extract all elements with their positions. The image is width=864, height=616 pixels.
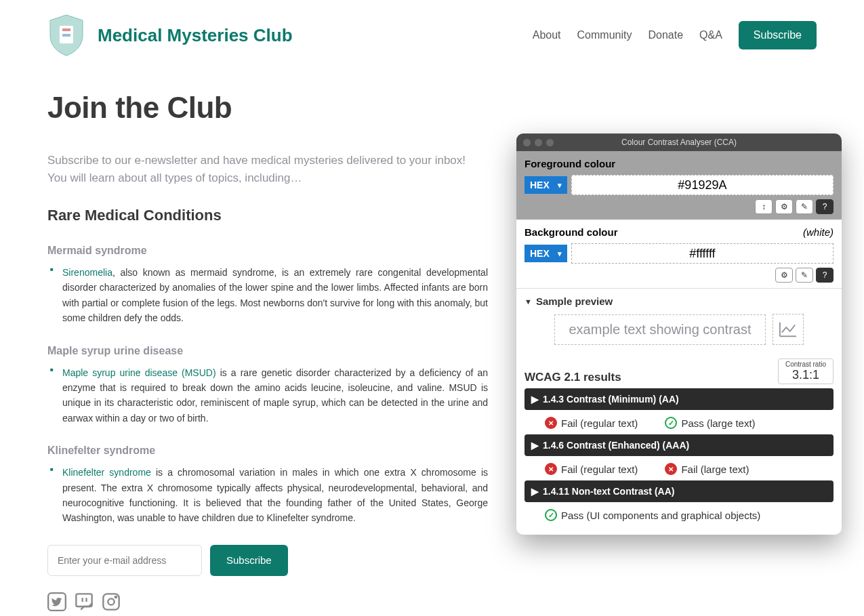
pass-icon [545, 509, 557, 521]
disclosure-right-icon: ▶ [531, 486, 539, 497]
white-note: (white) [803, 226, 834, 238]
eyedropper-icon[interactable]: ✎ [796, 199, 813, 214]
sample-header[interactable]: ▼Sample preview [524, 295, 834, 307]
result-row: Fail (regular text) Pass (large text) [524, 411, 834, 434]
result-row: Pass (UI components and graphical object… [524, 504, 834, 527]
swap-icon[interactable]: ↕ [755, 199, 773, 214]
fail-icon [665, 463, 677, 475]
nav-about[interactable]: About [533, 29, 561, 41]
sliders-icon[interactable]: ⚙ [775, 199, 793, 214]
disclosure-triangle-icon: ▼ [524, 297, 532, 306]
header: Medical Mysteries Club About Community D… [0, 0, 864, 70]
svg-point-8 [108, 598, 114, 604]
condition-klinefelter-list: Klinefelter syndrome is a chromosomal va… [47, 465, 495, 526]
link-klinefelter[interactable]: Klinefelter syndrome [62, 467, 151, 478]
result-item: Fail (large text) [665, 463, 749, 475]
instagram-icon[interactable] [102, 592, 121, 611]
twitch-icon[interactable] [75, 592, 94, 611]
bg-label: Background colour(white) [524, 226, 834, 238]
disclosure-right-icon: ▶ [531, 394, 539, 405]
result-head[interactable]: ▶1.4.11 Non-text Contrast (AA) [524, 480, 834, 502]
link-sirenomelia[interactable]: Sirenomelia [62, 267, 112, 278]
main-nav: About Community Donate Q&A Subscribe [533, 21, 817, 49]
bg-color-input[interactable]: #ffffff [571, 243, 834, 264]
condition-text: , also known as mermaid syndrome, is an … [62, 267, 488, 323]
result-head[interactable]: ▶1.4.6 Contrast (Enhanced) (AAA) [524, 434, 834, 456]
sliders-icon[interactable]: ⚙ [775, 268, 793, 283]
list-item: Maple syrup urine disease (MSUD) is a ra… [54, 365, 488, 426]
section-heading: Rare Medical Conditions [47, 207, 495, 224]
bg-toolbar: ⚙ ✎ ? [524, 268, 834, 283]
fg-format-select[interactable]: HEX▾ [524, 176, 567, 194]
results-title: WCAG 2.1 results [524, 371, 621, 384]
page-title: Join the Club [47, 91, 495, 125]
ratio-label: Contrast ratio [785, 361, 826, 368]
link-msud[interactable]: Maple syrup urine disease (MSUD) [62, 367, 216, 378]
nav-community[interactable]: Community [577, 29, 632, 41]
svg-rect-1 [62, 28, 70, 31]
subscribe-row: Subscribe [47, 545, 495, 576]
logo[interactable]: Medical Mysteries Club [47, 14, 293, 57]
chart-icon [773, 314, 804, 345]
fail-icon [545, 463, 557, 475]
condition-klinefelter-name: Klinefelter syndrome [47, 445, 495, 457]
sample-row: example text showing contrast [524, 314, 834, 345]
fg-color-input[interactable]: #91929A [571, 175, 834, 195]
result-item: Fail (regular text) [545, 463, 638, 475]
chevron-down-icon: ▾ [558, 249, 562, 258]
help-icon[interactable]: ? [816, 199, 834, 214]
result-aaa: ▶1.4.6 Contrast (Enhanced) (AAA) Fail (r… [524, 434, 834, 480]
nav-donate[interactable]: Donate [648, 29, 683, 41]
sample-section: ▼Sample preview example text showing con… [516, 288, 842, 354]
result-nontext: ▶1.4.11 Non-text Contrast (AA) Pass (UI … [524, 480, 834, 527]
ratio-box: Contrast ratio 3.1:1 [778, 358, 834, 384]
list-item: Klinefelter syndrome is a chromosomal va… [54, 465, 488, 526]
bg-input-row: HEX▾ #ffffff [524, 243, 834, 264]
pass-icon [665, 417, 677, 429]
result-aa-min: ▶1.4.3 Contrast (Minimum) (AA) Fail (reg… [524, 388, 834, 434]
main-content: Join the Club Subscribe to our e-newslet… [0, 70, 542, 616]
cca-window: Colour Contrast Analyser (CCA) Foregroun… [516, 134, 842, 535]
condition-maple-name: Maple syrup urine disease [47, 345, 495, 357]
site-title: Medical Mysteries Club [98, 25, 293, 46]
fail-icon [545, 417, 557, 429]
sample-text: example text showing contrast [554, 314, 765, 345]
result-item: Pass (UI components and graphical object… [545, 509, 760, 521]
social-icons [47, 592, 495, 611]
cca-titlebar[interactable]: Colour Contrast Analyser (CCA) [516, 134, 842, 151]
eyedropper-icon[interactable]: ✎ [796, 268, 813, 283]
result-item: Pass (large text) [665, 417, 755, 429]
results-header: WCAG 2.1 results Contrast ratio 3.1:1 [524, 358, 834, 384]
result-row: Fail (regular text) Fail (large text) [524, 457, 834, 480]
condition-mermaid-name: Mermaid syndrome [47, 245, 495, 257]
svg-rect-2 [62, 34, 70, 37]
logo-badge-icon [47, 14, 85, 57]
cca-title: Colour Contrast Analyser (CCA) [516, 138, 842, 147]
disclosure-right-icon: ▶ [531, 440, 539, 451]
fg-toolbar: ↕ ⚙ ✎ ? [524, 199, 834, 214]
intro-text: Subscribe to our e-newsletter and have m… [47, 152, 481, 186]
nav-qa[interactable]: Q&A [699, 29, 722, 41]
background-section: Background colour(white) HEX▾ #ffffff ⚙ … [516, 220, 842, 288]
foreground-section: Foreground colour HEX▾ #91929A ↕ ⚙ ✎ ? [516, 151, 842, 220]
email-field[interactable] [47, 545, 202, 576]
condition-maple-list: Maple syrup urine disease (MSUD) is a ra… [47, 365, 495, 426]
result-head[interactable]: ▶1.4.3 Contrast (Minimum) (AA) [524, 388, 834, 410]
subscribe-button-form[interactable]: Subscribe [210, 545, 288, 576]
result-item: Fail (regular text) [545, 417, 638, 429]
fg-input-row: HEX▾ #91929A [524, 175, 834, 195]
chevron-down-icon: ▾ [558, 181, 562, 190]
results-section: WCAG 2.1 results Contrast ratio 3.1:1 ▶1… [516, 354, 842, 535]
list-item: Sirenomelia, also known as mermaid syndr… [54, 265, 488, 326]
fg-label: Foreground colour [524, 158, 834, 169]
ratio-value: 3.1:1 [785, 368, 826, 382]
bg-format-select[interactable]: HEX▾ [524, 245, 567, 262]
condition-mermaid-list: Sirenomelia, also known as mermaid syndr… [47, 265, 495, 326]
twitter-icon[interactable] [47, 592, 66, 611]
subscribe-button[interactable]: Subscribe [739, 21, 817, 49]
help-icon[interactable]: ? [816, 268, 834, 283]
svg-point-9 [115, 596, 117, 598]
